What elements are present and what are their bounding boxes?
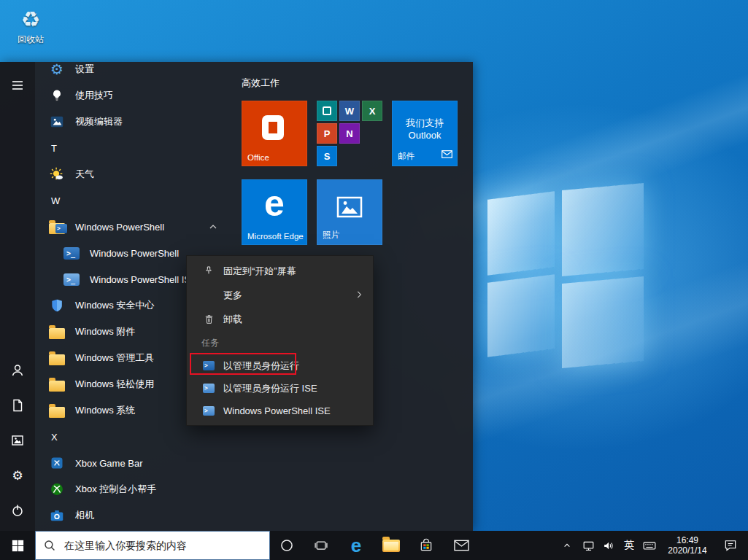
recycle-bin-label: 回收站 [10,34,51,46]
start-menu-rail: ⚙ [0,62,35,531]
context-item-uninstall[interactable]: 卸载 [187,307,373,331]
small-tile-word[interactable]: W [339,101,360,121]
app-label: Windows 附件 [75,325,135,338]
lightbulb-icon [48,87,66,104]
microsoft-store-button[interactable] [409,531,444,560]
app-label: Windows 轻松使用 [75,378,154,391]
folder-icon [48,376,66,393]
windows-logo-icon [12,540,24,552]
edge-icon: e [351,536,361,555]
app-label: 使用技巧 [75,89,113,102]
context-item-label: 更多 [223,289,242,302]
user-account-button[interactable] [0,353,35,388]
start-app-weather[interactable]: 天气 [35,161,225,187]
start-app-camera[interactable]: 相机 [35,502,225,529]
taskbar-edge-button[interactable]: e [339,531,374,560]
tile-group-title[interactable]: 高效工作 [242,77,279,90]
expand-menu-button[interactable] [0,68,35,103]
start-app-xbox-console-companion[interactable]: Xbox 控制台小帮手 [35,476,225,502]
context-item-label: Windows PowerShell ISE [223,405,331,416]
task-view-icon [314,538,328,553]
file-explorer-icon [382,540,400,552]
clock-date: 2020/1/14 [668,545,706,556]
app-label: Windows PowerShell [90,248,179,259]
recycle-bin-shortcut[interactable]: ♻ 回收站 [10,6,51,46]
small-tile-1[interactable] [317,101,337,121]
tile-label: 邮件 [398,151,415,162]
small-tile-powerpoint[interactable]: P [317,123,337,144]
taskbar-search[interactable] [35,531,270,560]
start-group-windows-powershell[interactable]: > Windows PowerShell [35,214,225,240]
tile-mail-outlook[interactable]: 我们支持 Outlook 邮件 [392,101,458,166]
network-icon [582,539,595,553]
context-item-windows-powershell-ise[interactable]: > Windows PowerShell ISE [187,400,373,422]
action-center-button[interactable] [717,531,744,560]
tray-network-button[interactable] [579,531,598,560]
context-item-label: 以管理员身份运行 ISE [223,382,317,395]
tile-microsoft-edge[interactable]: e Microsoft Edge [242,179,307,245]
powershell-ise-icon: > [201,404,216,419]
section-header-T[interactable]: T [35,135,225,161]
tray-ime-indicator[interactable]: 英 [620,531,639,560]
trash-icon [201,312,216,327]
office-logo-icon [262,115,284,140]
camera-icon [48,507,66,524]
context-item-pin-to-start[interactable]: 固定到“开始”屏幕 [187,259,373,283]
start-app-xbox-game-bar[interactable]: Xbox Game Bar [35,450,225,476]
tray-clock[interactable]: 16:49 2020/1/14 [660,531,714,560]
start-button[interactable] [0,531,35,560]
powershell-ise-icon: >_ [63,271,80,288]
file-explorer-button[interactable] [374,531,409,560]
folder-icon [48,349,66,367]
tray-volume-button[interactable] [599,531,618,560]
tile-letter: W [345,106,354,117]
context-item-label: 固定到“开始”屏幕 [223,265,296,278]
photos-icon [336,195,363,222]
tile-office[interactable]: Office [242,101,307,166]
context-item-run-as-admin[interactable]: > 以管理员身份运行 [187,354,373,377]
small-tile-excel[interactable]: X [362,101,382,121]
task-view-button[interactable] [304,531,339,560]
section-header-X[interactable]: X [35,424,225,450]
start-app-tips[interactable]: 使用技巧 [35,82,225,109]
mail-icon [454,540,469,551]
cortana-icon [279,538,294,553]
context-item-run-ise-as-admin[interactable]: > 以管理员身份运行 ISE [187,377,373,400]
office-small-tile-group: W X P N S [317,101,382,166]
context-item-more[interactable]: 更多 [187,283,373,307]
settings-button[interactable]: ⚙ [0,458,35,493]
shield-icon [48,297,66,314]
chevron-right-icon [354,289,364,302]
mail-button[interactable] [444,531,479,560]
weather-sun-icon [48,166,66,183]
pin-icon [201,264,216,279]
tile-letter: X [369,106,376,117]
folder-icon [48,323,66,341]
taskbar: e 英 16:49 2020/1/14 [0,531,748,560]
tray-touch-keyboard-button[interactable] [640,531,659,560]
tile-photos[interactable]: 照片 [317,179,382,245]
cortana-button[interactable] [270,531,304,560]
xbox-game-bar-icon [48,454,66,472]
keyboard-icon [642,538,657,553]
context-item-label: 卸载 [223,313,242,326]
pictures-button[interactable] [0,423,35,458]
speaker-icon [602,539,616,553]
section-header-W[interactable]: W [35,187,225,214]
wallpaper-window-pane [487,191,555,275]
small-tile-onenote[interactable]: N [339,123,360,144]
wallpaper-window-pane [487,274,555,357]
documents-button[interactable] [0,388,35,423]
tray-show-hidden-icons[interactable] [558,531,576,560]
edge-logo-icon: e [242,181,307,226]
search-input[interactable] [63,539,252,552]
tile-label: 照片 [323,230,339,241]
power-button[interactable] [0,493,35,528]
small-tile-skype[interactable]: S [317,146,337,166]
no-icon [201,288,216,303]
start-app-video-editor[interactable]: 视频编辑器 [35,109,225,135]
start-app-settings[interactable]: ⚙ 设置 [35,62,225,82]
app-label: Windows PowerShell ISE [90,274,197,285]
wallpaper-window-pane [562,276,644,368]
tile-label: Microsoft Edge [247,232,304,241]
